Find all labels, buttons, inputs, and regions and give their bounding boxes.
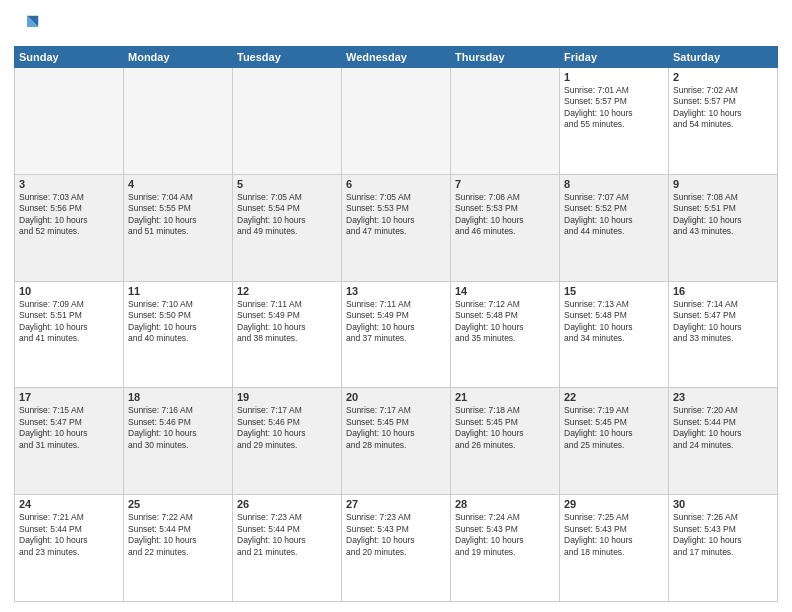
day-number: 14: [455, 285, 555, 297]
calendar-cell: 18Sunrise: 7:16 AM Sunset: 5:46 PM Dayli…: [124, 388, 233, 495]
day-number: 1: [564, 71, 664, 83]
calendar-cell: 21Sunrise: 7:18 AM Sunset: 5:45 PM Dayli…: [451, 388, 560, 495]
day-number: 6: [346, 178, 446, 190]
day-info: Sunrise: 7:14 AM Sunset: 5:47 PM Dayligh…: [673, 299, 773, 345]
day-number: 21: [455, 391, 555, 403]
calendar-cell: 14Sunrise: 7:12 AM Sunset: 5:48 PM Dayli…: [451, 281, 560, 388]
day-info: Sunrise: 7:06 AM Sunset: 5:53 PM Dayligh…: [455, 192, 555, 238]
day-number: 22: [564, 391, 664, 403]
calendar-cell: [15, 68, 124, 175]
calendar-cell: 13Sunrise: 7:11 AM Sunset: 5:49 PM Dayli…: [342, 281, 451, 388]
day-number: 17: [19, 391, 119, 403]
page: SundayMondayTuesdayWednesdayThursdayFrid…: [0, 0, 792, 612]
calendar-cell: 4Sunrise: 7:04 AM Sunset: 5:55 PM Daylig…: [124, 174, 233, 281]
calendar-table: SundayMondayTuesdayWednesdayThursdayFrid…: [14, 46, 778, 602]
calendar-week-3: 10Sunrise: 7:09 AM Sunset: 5:51 PM Dayli…: [15, 281, 778, 388]
day-info: Sunrise: 7:22 AM Sunset: 5:44 PM Dayligh…: [128, 512, 228, 558]
calendar-cell: 24Sunrise: 7:21 AM Sunset: 5:44 PM Dayli…: [15, 495, 124, 602]
day-number: 10: [19, 285, 119, 297]
calendar-body: 1Sunrise: 7:01 AM Sunset: 5:57 PM Daylig…: [15, 68, 778, 602]
calendar-cell: 30Sunrise: 7:26 AM Sunset: 5:43 PM Dayli…: [669, 495, 778, 602]
calendar-cell: 11Sunrise: 7:10 AM Sunset: 5:50 PM Dayli…: [124, 281, 233, 388]
day-info: Sunrise: 7:08 AM Sunset: 5:51 PM Dayligh…: [673, 192, 773, 238]
day-info: Sunrise: 7:07 AM Sunset: 5:52 PM Dayligh…: [564, 192, 664, 238]
calendar-cell: 10Sunrise: 7:09 AM Sunset: 5:51 PM Dayli…: [15, 281, 124, 388]
calendar-cell: [342, 68, 451, 175]
day-number: 24: [19, 498, 119, 510]
day-info: Sunrise: 7:11 AM Sunset: 5:49 PM Dayligh…: [237, 299, 337, 345]
day-number: 26: [237, 498, 337, 510]
day-info: Sunrise: 7:17 AM Sunset: 5:45 PM Dayligh…: [346, 405, 446, 451]
day-number: 13: [346, 285, 446, 297]
weekday-header-tuesday: Tuesday: [233, 47, 342, 68]
day-info: Sunrise: 7:10 AM Sunset: 5:50 PM Dayligh…: [128, 299, 228, 345]
day-info: Sunrise: 7:03 AM Sunset: 5:56 PM Dayligh…: [19, 192, 119, 238]
day-number: 28: [455, 498, 555, 510]
calendar-cell: 28Sunrise: 7:24 AM Sunset: 5:43 PM Dayli…: [451, 495, 560, 602]
calendar-cell: 2Sunrise: 7:02 AM Sunset: 5:57 PM Daylig…: [669, 68, 778, 175]
day-info: Sunrise: 7:18 AM Sunset: 5:45 PM Dayligh…: [455, 405, 555, 451]
day-info: Sunrise: 7:26 AM Sunset: 5:43 PM Dayligh…: [673, 512, 773, 558]
calendar-cell: 16Sunrise: 7:14 AM Sunset: 5:47 PM Dayli…: [669, 281, 778, 388]
day-number: 23: [673, 391, 773, 403]
calendar-cell: 22Sunrise: 7:19 AM Sunset: 5:45 PM Dayli…: [560, 388, 669, 495]
day-number: 4: [128, 178, 228, 190]
day-info: Sunrise: 7:17 AM Sunset: 5:46 PM Dayligh…: [237, 405, 337, 451]
day-number: 25: [128, 498, 228, 510]
day-info: Sunrise: 7:16 AM Sunset: 5:46 PM Dayligh…: [128, 405, 228, 451]
day-number: 12: [237, 285, 337, 297]
day-info: Sunrise: 7:23 AM Sunset: 5:44 PM Dayligh…: [237, 512, 337, 558]
day-info: Sunrise: 7:05 AM Sunset: 5:54 PM Dayligh…: [237, 192, 337, 238]
logo: [14, 12, 46, 40]
day-info: Sunrise: 7:13 AM Sunset: 5:48 PM Dayligh…: [564, 299, 664, 345]
calendar-cell: 1Sunrise: 7:01 AM Sunset: 5:57 PM Daylig…: [560, 68, 669, 175]
day-info: Sunrise: 7:05 AM Sunset: 5:53 PM Dayligh…: [346, 192, 446, 238]
calendar-cell: [124, 68, 233, 175]
calendar-week-2: 3Sunrise: 7:03 AM Sunset: 5:56 PM Daylig…: [15, 174, 778, 281]
calendar-header: SundayMondayTuesdayWednesdayThursdayFrid…: [15, 47, 778, 68]
calendar-cell: 29Sunrise: 7:25 AM Sunset: 5:43 PM Dayli…: [560, 495, 669, 602]
logo-icon: [14, 12, 42, 40]
calendar-week-1: 1Sunrise: 7:01 AM Sunset: 5:57 PM Daylig…: [15, 68, 778, 175]
calendar-cell: [451, 68, 560, 175]
calendar-cell: 27Sunrise: 7:23 AM Sunset: 5:43 PM Dayli…: [342, 495, 451, 602]
day-number: 20: [346, 391, 446, 403]
weekday-header-wednesday: Wednesday: [342, 47, 451, 68]
day-info: Sunrise: 7:01 AM Sunset: 5:57 PM Dayligh…: [564, 85, 664, 131]
weekday-header-thursday: Thursday: [451, 47, 560, 68]
day-number: 19: [237, 391, 337, 403]
day-number: 29: [564, 498, 664, 510]
weekday-header-saturday: Saturday: [669, 47, 778, 68]
calendar-cell: 15Sunrise: 7:13 AM Sunset: 5:48 PM Dayli…: [560, 281, 669, 388]
day-info: Sunrise: 7:24 AM Sunset: 5:43 PM Dayligh…: [455, 512, 555, 558]
day-info: Sunrise: 7:15 AM Sunset: 5:47 PM Dayligh…: [19, 405, 119, 451]
day-info: Sunrise: 7:21 AM Sunset: 5:44 PM Dayligh…: [19, 512, 119, 558]
calendar-cell: 12Sunrise: 7:11 AM Sunset: 5:49 PM Dayli…: [233, 281, 342, 388]
day-number: 3: [19, 178, 119, 190]
day-info: Sunrise: 7:02 AM Sunset: 5:57 PM Dayligh…: [673, 85, 773, 131]
day-number: 16: [673, 285, 773, 297]
calendar-week-4: 17Sunrise: 7:15 AM Sunset: 5:47 PM Dayli…: [15, 388, 778, 495]
calendar-cell: 5Sunrise: 7:05 AM Sunset: 5:54 PM Daylig…: [233, 174, 342, 281]
calendar-cell: 20Sunrise: 7:17 AM Sunset: 5:45 PM Dayli…: [342, 388, 451, 495]
weekday-header-monday: Monday: [124, 47, 233, 68]
day-number: 30: [673, 498, 773, 510]
calendar-cell: 25Sunrise: 7:22 AM Sunset: 5:44 PM Dayli…: [124, 495, 233, 602]
weekday-header-row: SundayMondayTuesdayWednesdayThursdayFrid…: [15, 47, 778, 68]
day-info: Sunrise: 7:12 AM Sunset: 5:48 PM Dayligh…: [455, 299, 555, 345]
weekday-header-sunday: Sunday: [15, 47, 124, 68]
calendar-cell: 6Sunrise: 7:05 AM Sunset: 5:53 PM Daylig…: [342, 174, 451, 281]
day-info: Sunrise: 7:09 AM Sunset: 5:51 PM Dayligh…: [19, 299, 119, 345]
calendar-cell: 7Sunrise: 7:06 AM Sunset: 5:53 PM Daylig…: [451, 174, 560, 281]
day-number: 5: [237, 178, 337, 190]
day-info: Sunrise: 7:25 AM Sunset: 5:43 PM Dayligh…: [564, 512, 664, 558]
day-number: 11: [128, 285, 228, 297]
day-info: Sunrise: 7:23 AM Sunset: 5:43 PM Dayligh…: [346, 512, 446, 558]
calendar-cell: 26Sunrise: 7:23 AM Sunset: 5:44 PM Dayli…: [233, 495, 342, 602]
day-number: 9: [673, 178, 773, 190]
calendar-cell: 19Sunrise: 7:17 AM Sunset: 5:46 PM Dayli…: [233, 388, 342, 495]
day-number: 18: [128, 391, 228, 403]
day-info: Sunrise: 7:20 AM Sunset: 5:44 PM Dayligh…: [673, 405, 773, 451]
calendar-cell: 9Sunrise: 7:08 AM Sunset: 5:51 PM Daylig…: [669, 174, 778, 281]
day-number: 27: [346, 498, 446, 510]
